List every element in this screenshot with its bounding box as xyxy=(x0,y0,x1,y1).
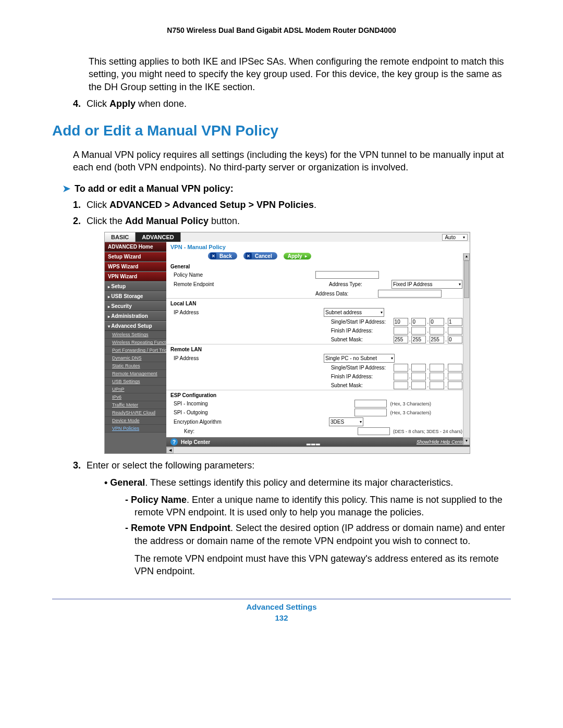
input-remote-ip-3[interactable] xyxy=(430,364,444,372)
tab-basic[interactable]: BASIC xyxy=(105,232,136,242)
input-local-fip-4[interactable] xyxy=(448,327,462,335)
section-para: A Manual VPN policy requires all setting… xyxy=(73,149,511,174)
lbl-address-data: Address Data: xyxy=(315,291,378,297)
input-local-ip-3[interactable]: 0 xyxy=(430,318,444,326)
sidebar-sub-usb[interactable]: USB Settings xyxy=(105,378,166,386)
sidebar-sub-vpn-policies[interactable]: VPN Policies xyxy=(105,425,166,433)
input-remote-sm-3[interactable] xyxy=(430,381,444,389)
section-esp: ESP Configuration xyxy=(166,390,470,399)
step-3: 3.Enter or select the following paramete… xyxy=(73,460,511,471)
input-remote-ip-1[interactable] xyxy=(394,364,408,372)
lang-select[interactable]: Auto xyxy=(442,234,468,241)
sidebar-wps-wizard[interactable]: WPS Wizard xyxy=(105,262,166,272)
sidebar-sub-static[interactable]: Static Routes xyxy=(105,362,166,370)
sidebar-sub-ddns[interactable]: Dynamic DNS xyxy=(105,354,166,362)
sidebar-sub-devmode[interactable]: Device Mode xyxy=(105,417,166,425)
input-remote-ip-2[interactable] xyxy=(411,364,426,372)
input-spi-in[interactable] xyxy=(354,400,387,408)
select-enc-alg[interactable]: 3DES xyxy=(329,417,363,426)
s1-bold: ADVANCED > Advanced Setup > VPN Policies xyxy=(109,200,314,210)
input-remote-sm-1[interactable] xyxy=(394,381,408,389)
tabs-bar: BASIC ADVANCED Auto xyxy=(105,232,470,242)
lbl-local-subnet-mask: Subnet Mask: xyxy=(331,337,394,342)
sidebar-vpn-wizard[interactable]: VPN Wizard xyxy=(105,272,166,281)
sidebar-setup[interactable]: Setup xyxy=(105,281,166,291)
step4-post: when done. xyxy=(136,98,187,109)
input-remote-sm-2[interactable] xyxy=(411,381,426,389)
intro-paragraph: This setting applies to both IKE and IPS… xyxy=(89,55,511,93)
input-local-fip-2[interactable] xyxy=(411,327,426,335)
input-policy-name[interactable] xyxy=(315,271,379,279)
cancel-button[interactable]: ✕Cancel xyxy=(243,252,277,260)
panel-title: VPN - Manual Policy xyxy=(166,242,470,252)
input-local-ip-1[interactable]: 10 xyxy=(394,318,408,326)
input-remote-ip-4[interactable] xyxy=(448,364,462,372)
tab-advanced[interactable]: ADVANCED xyxy=(136,232,181,242)
input-remote-sm-4[interactable] xyxy=(448,381,462,389)
grip-icon[interactable]: ▂▂▂ xyxy=(307,439,321,445)
scroll-down-icon[interactable]: ▼ xyxy=(463,438,470,445)
input-local-sm-4[interactable]: 0 xyxy=(448,336,462,343)
s2-bold: Add Manual Policy xyxy=(125,216,209,226)
input-remote-fip-3[interactable] xyxy=(430,373,444,380)
lbl-enc-alg: Encryption Algorithm xyxy=(174,419,241,425)
scroll-left-icon[interactable]: ◀ xyxy=(166,447,174,453)
sidebar-sub-repeating[interactable]: Wireless Repeating Function xyxy=(105,339,166,347)
select-local-subnet[interactable]: Subnet address xyxy=(324,308,384,317)
help-center-label: Help Center xyxy=(181,439,210,445)
sidebar-sub-wireless[interactable]: Wireless Settings xyxy=(105,331,166,339)
input-key[interactable] xyxy=(358,427,390,435)
scroll-up-icon[interactable]: ▲ xyxy=(463,253,470,261)
sidebar-advanced-setup[interactable]: Advanced Setup xyxy=(105,321,166,331)
vertical-scrollbar[interactable]: ▲ ▼ xyxy=(463,253,470,445)
input-remote-fip-2[interactable] xyxy=(411,373,426,380)
input-address-data[interactable] xyxy=(378,290,442,298)
sidebar-sub-portfwd[interactable]: Port Forwarding / Port Triggering xyxy=(105,347,166,354)
sidebar-sub-ipv6[interactable]: IPv6 xyxy=(105,393,166,401)
sidebar-security[interactable]: Security xyxy=(105,301,166,311)
lbl-remote-subnet-mask: Subnet Mask: xyxy=(331,382,394,388)
apply-label: Apply xyxy=(288,253,302,259)
router-screenshot: BASIC ADVANCED Auto ADVANCED Home Setup … xyxy=(104,232,470,454)
sidebar-advanced-home[interactable]: ADVANCED Home xyxy=(105,242,166,252)
horizontal-scrollbar[interactable]: ◀ xyxy=(166,447,470,453)
input-local-sm-2[interactable]: 255 xyxy=(411,336,426,343)
sidebar-sub-traffic[interactable]: Traffic Meter xyxy=(105,401,166,409)
lbl-spi-in: SPI - Incoming xyxy=(174,401,241,406)
section-local-lan: Local LAN xyxy=(166,298,470,307)
input-remote-fip-4[interactable] xyxy=(448,373,462,380)
sidebar-setup-wizard[interactable]: Setup Wizard xyxy=(105,252,166,262)
lbl-spi-out: SPI - Outgoing xyxy=(174,410,241,415)
lbl-remote-finish-ip: Finish IP Address: xyxy=(331,374,394,379)
input-local-sm-3[interactable]: 255 xyxy=(430,336,444,343)
sidebar-usb-storage[interactable]: USB Storage xyxy=(105,291,166,301)
input-local-ip-2[interactable]: 0 xyxy=(411,318,426,326)
select-remote-subnet[interactable]: Single PC - no Subnet xyxy=(324,354,395,363)
input-local-fip-1[interactable] xyxy=(394,327,408,335)
input-spi-out[interactable] xyxy=(354,409,387,416)
sidebar-administration[interactable]: Administration xyxy=(105,311,166,321)
input-local-sm-1[interactable]: 255 xyxy=(394,336,408,343)
hint-key: (DES - 8 chars; 3DES - 24 chars) xyxy=(393,429,462,434)
cancel-label: Cancel xyxy=(255,253,272,259)
select-address-type[interactable]: Fixed IP Address xyxy=(391,280,462,289)
sidebar-sub-readyshare[interactable]: ReadySHARE Cloud xyxy=(105,409,166,417)
back-label: Back xyxy=(219,253,232,259)
input-remote-fip-1[interactable] xyxy=(394,373,408,380)
apply-button[interactable]: Apply xyxy=(284,253,312,260)
help-icon[interactable]: ? xyxy=(170,438,178,446)
showhide-help-link[interactable]: Show/Hide Help Center xyxy=(417,439,466,445)
b1-post: . These settings identify this policy an… xyxy=(145,477,453,488)
scroll-thumb[interactable] xyxy=(464,261,469,298)
hint-spi-out: (Hex, 3 Characters) xyxy=(390,410,431,415)
back-button[interactable]: ✕Back xyxy=(208,252,237,260)
select-enc-alg-value: 3DES xyxy=(331,419,344,425)
input-local-fip-3[interactable] xyxy=(430,327,444,335)
input-local-ip-4[interactable]: 1 xyxy=(448,318,462,326)
section-remote-lan: Remote LAN xyxy=(166,344,470,353)
proc-title-text: To add or edit a Manual VPN policy: xyxy=(75,183,234,194)
sidebar-sub-upnp[interactable]: UPnP xyxy=(105,386,166,393)
sidebar-sub-remote[interactable]: Remote Management xyxy=(105,370,166,378)
lbl-remote-ip: IP Address xyxy=(174,355,241,361)
lbl-remote-endpoint: Remote Endpoint xyxy=(174,281,241,287)
